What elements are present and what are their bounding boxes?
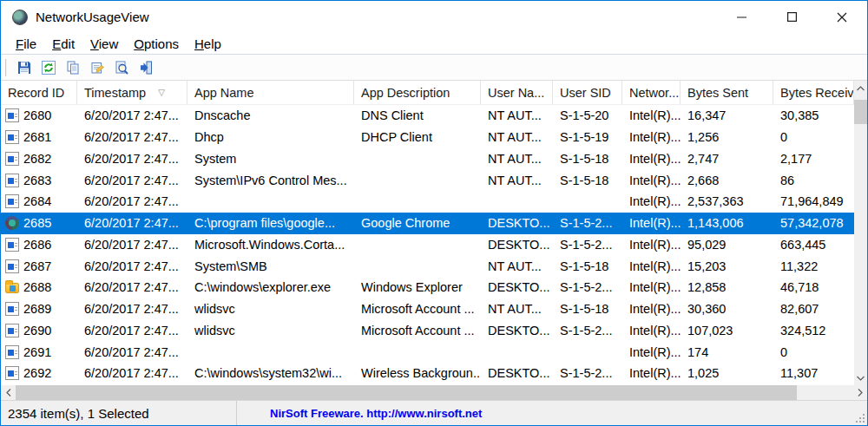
records-table: Record ID Timestamp▽ App Name App Descri… xyxy=(1,81,867,400)
scroll-up-icon[interactable] xyxy=(854,81,867,95)
table-row[interactable]: 2687 6/20/2017 2:47... System\SMB NT AUT… xyxy=(1,255,854,277)
refresh-button[interactable] xyxy=(36,56,61,79)
user-sid-cell: S-1-5-18 xyxy=(553,169,622,191)
app-description-cell xyxy=(354,148,481,170)
record-id-cell: 2691 xyxy=(23,345,51,359)
table-row[interactable]: 2682 6/20/2017 2:47... System NT AUT... … xyxy=(1,148,854,170)
table-row[interactable]: 2692 6/20/2017 2:47... C:\windows\system… xyxy=(1,363,854,384)
menu-edit[interactable]: Edit xyxy=(44,35,82,53)
timestamp-cell: 6/20/2017 2:47... xyxy=(77,277,187,298)
scroll-left-icon[interactable] xyxy=(1,385,16,400)
close-button[interactable] xyxy=(817,1,867,33)
bytes-sent-cell: 30,360 xyxy=(681,298,773,320)
column-header-app-description[interactable]: App Description xyxy=(354,81,481,104)
timestamp-cell: 6/20/2017 2:47... xyxy=(77,191,187,213)
timestamp-cell: 6/20/2017 2:47... xyxy=(77,148,187,170)
table-row[interactable]: 2691 6/20/2017 2:47... Intel(R)... 174 0 xyxy=(1,341,854,363)
user-name-cell: NT AUT... xyxy=(481,169,553,191)
menu-options[interactable]: Options xyxy=(126,35,187,53)
column-header-timestamp[interactable]: Timestamp▽ xyxy=(77,81,187,104)
app-name-cell: System\SMB xyxy=(187,255,354,277)
find-button[interactable] xyxy=(109,56,134,79)
menu-file[interactable]: File xyxy=(8,35,44,53)
table-row[interactable]: 2683 6/20/2017 2:47... System\IPv6 Contr… xyxy=(1,169,854,191)
table-row[interactable]: 2688 6/20/2017 2:47... C:\windows\explor… xyxy=(1,277,854,298)
table-body: 2680 6/20/2017 2:47... Dnscache DNS Clie… xyxy=(1,105,854,384)
user-sid-cell: S-1-5-2... xyxy=(553,363,622,384)
horizontal-scrollbar[interactable] xyxy=(1,385,867,400)
app-name-cell: Dnscache xyxy=(187,105,354,127)
maximize-icon xyxy=(787,12,797,22)
user-name-cell: NT AUT... xyxy=(481,127,553,148)
menu-help[interactable]: Help xyxy=(187,35,229,53)
app-icon xyxy=(5,130,19,144)
find-icon xyxy=(114,60,129,75)
column-header-user-name[interactable]: User Na... xyxy=(481,81,553,104)
bytes-received-cell: 0 xyxy=(773,127,854,148)
user-name-cell: NT AUT... xyxy=(481,298,553,320)
scroll-down-icon[interactable] xyxy=(854,370,867,385)
column-header-bytes-received[interactable]: Bytes Receiv xyxy=(773,81,854,104)
properties-button[interactable] xyxy=(85,56,109,79)
app-name-cell: C:\program files\google... xyxy=(187,213,354,234)
user-name-cell xyxy=(481,191,553,213)
timestamp-cell: 6/20/2017 2:47... xyxy=(77,105,187,127)
app-icon xyxy=(5,259,19,273)
timestamp-cell: 6/20/2017 2:47... xyxy=(77,298,187,320)
timestamp-cell: 6/20/2017 2:47... xyxy=(77,169,187,191)
vertical-scroll-thumb[interactable] xyxy=(854,100,867,124)
user-name-cell xyxy=(481,341,553,363)
network-cell: Intel(R)... xyxy=(622,105,681,127)
user-name-cell: DESKTO... xyxy=(481,363,553,384)
user-sid-cell: S-1-5-2... xyxy=(553,277,622,298)
column-header-network[interactable]: Networ... xyxy=(622,81,681,104)
app-name-cell: wlidsvc xyxy=(187,320,354,342)
bytes-sent-cell: 174 xyxy=(681,341,773,363)
resize-grip-icon[interactable] xyxy=(854,412,865,423)
table-row[interactable]: 2685 6/20/2017 2:47... C:\program files\… xyxy=(1,213,854,234)
table-row[interactable]: 2680 6/20/2017 2:47... Dnscache DNS Clie… xyxy=(1,105,854,127)
record-id-cell: 2685 xyxy=(23,216,51,230)
bytes-received-cell: 0 xyxy=(773,341,854,363)
user-sid-cell xyxy=(553,341,622,363)
network-cell: Intel(R)... xyxy=(622,169,681,191)
bytes-sent-cell: 107,023 xyxy=(681,320,773,342)
user-sid-cell: S-1-5-18 xyxy=(553,298,622,320)
bytes-received-cell: 57,342,078 xyxy=(773,213,854,234)
table-row[interactable]: 2684 6/20/2017 2:47... Intel(R)... 2,537… xyxy=(1,191,854,213)
app-icon[interactable] xyxy=(12,10,28,25)
vertical-scrollbar[interactable] xyxy=(854,81,867,385)
app-description-cell xyxy=(354,234,481,256)
column-header-app-name[interactable]: App Name xyxy=(187,81,354,104)
maximize-button[interactable] xyxy=(766,1,817,33)
exit-icon xyxy=(138,60,154,75)
column-header-bytes-sent[interactable]: Bytes Sent xyxy=(681,81,773,104)
table-row[interactable]: 2690 6/20/2017 2:47... wlidsvc Microsoft… xyxy=(1,320,854,342)
exit-button[interactable] xyxy=(134,56,158,79)
user-sid-cell: S-1-5-18 xyxy=(553,148,622,170)
user-sid-cell: S-1-5-2... xyxy=(553,320,622,342)
bytes-received-cell: 2,177 xyxy=(773,148,854,170)
app-description-cell: Microsoft Account ... xyxy=(354,298,481,320)
app-name-cell: Dhcp xyxy=(187,127,354,148)
app-description-cell: Windows Explorer xyxy=(354,277,481,298)
column-header-record-id[interactable]: Record ID xyxy=(1,81,77,104)
items-count-status: 2354 item(s), 1 Selected xyxy=(1,401,237,425)
table-row[interactable]: 2681 6/20/2017 2:47... Dhcp DHCP Client … xyxy=(1,127,854,148)
network-cell: Intel(R)... xyxy=(622,127,681,148)
column-header-user-sid[interactable]: User SID xyxy=(553,81,622,104)
minimize-button[interactable] xyxy=(716,1,766,33)
table-row[interactable]: 2689 6/20/2017 2:47... wlidsvc Microsoft… xyxy=(1,298,854,320)
timestamp-cell: 6/20/2017 2:47... xyxy=(77,255,187,277)
toolbar xyxy=(1,55,867,81)
copy-button[interactable] xyxy=(61,56,85,79)
save-button[interactable] xyxy=(12,56,36,79)
sort-descending-icon: ▽ xyxy=(158,88,165,97)
scroll-right-icon[interactable] xyxy=(852,385,867,400)
menu-view[interactable]: View xyxy=(82,35,126,53)
table-row[interactable]: 2686 6/20/2017 2:47... Microsoft.Windows… xyxy=(1,234,854,256)
table-header: Record ID Timestamp▽ App Name App Descri… xyxy=(1,81,854,105)
horizontal-scroll-thumb[interactable] xyxy=(16,385,797,400)
bytes-sent-cell: 2,668 xyxy=(681,169,773,191)
minimize-icon xyxy=(737,12,746,22)
